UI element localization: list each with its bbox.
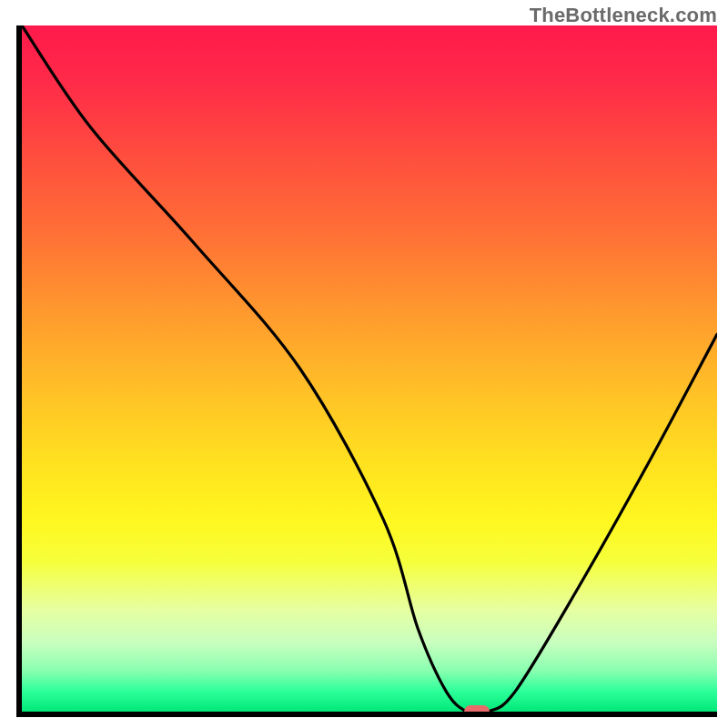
- bottleneck-curve: [22, 25, 717, 712]
- watermark-text: TheBottleneck.com: [530, 4, 717, 27]
- chart-stage: TheBottleneck.com: [0, 0, 728, 728]
- plot-area: [22, 25, 717, 712]
- axes-frame: [16, 25, 717, 717]
- minimum-marker: [464, 705, 490, 712]
